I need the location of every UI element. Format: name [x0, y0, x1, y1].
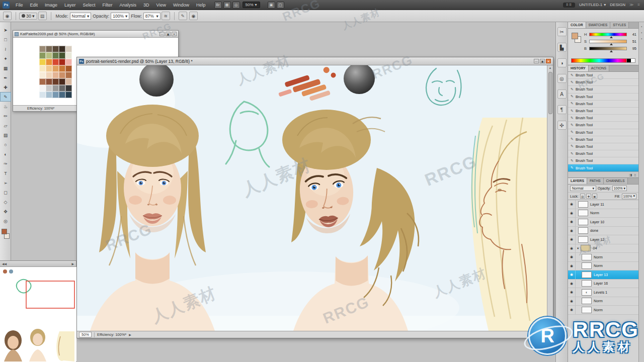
layer-row[interactable]: ◉ Layer 16	[568, 280, 638, 289]
visibility-toggle-icon[interactable]: ◉	[568, 262, 576, 270]
visibility-toggle-icon[interactable]: ◉	[568, 280, 576, 288]
arrange-documents-icon[interactable]: ▣	[268, 2, 275, 9]
dock-grip-icon[interactable]: ▪	[641, 37, 642, 40]
history-step[interactable]: ✎ Brush Tool	[568, 164, 638, 171]
collapse-icon[interactable]: ◀◀	[2, 262, 7, 265]
launch-bridge-icon[interactable]: Br	[214, 2, 222, 9]
tool-preset-icon[interactable]: ◉	[3, 12, 12, 20]
menu-item[interactable]: Filter	[99, 0, 116, 10]
character-icon[interactable]: A	[557, 89, 567, 99]
palette-swatch[interactable]	[46, 52, 52, 59]
slider-marker-icon[interactable]	[610, 50, 613, 52]
panel-tab[interactable]: PATHS	[587, 178, 604, 184]
black-white-ramp[interactable]	[626, 58, 635, 63]
history-step[interactable]: ✎ Brush Tool	[568, 108, 638, 115]
menu-item[interactable]: View	[153, 0, 170, 10]
palette-swatch[interactable]	[46, 92, 52, 98]
mode-select[interactable]: Normal ▾	[70, 13, 92, 20]
layer-thumbnail[interactable]	[582, 307, 592, 313]
menu-item[interactable]: Analysis	[116, 0, 140, 10]
history-step[interactable]: ✎ Brush Tool	[568, 150, 638, 157]
layer-thumbnail[interactable]	[578, 236, 588, 243]
palette-swatch[interactable]	[52, 92, 59, 98]
menu-item[interactable]: Select	[79, 0, 99, 10]
panel-tab[interactable]: ACTIONS	[589, 65, 609, 71]
new-snapshot-icon[interactable]: ◨	[629, 173, 632, 177]
gradient-tool[interactable]: ▨	[0, 130, 11, 140]
healing-brush-tool[interactable]: ✚	[0, 82, 11, 92]
panel-tab[interactable]: COLOR	[568, 22, 586, 28]
flow-field[interactable]: 87% ▾	[143, 13, 160, 20]
crop-tool[interactable]: ▦	[0, 63, 11, 73]
palette-swatch[interactable]	[59, 92, 65, 98]
tablet-pressure-size-icon[interactable]: ◉	[189, 12, 198, 20]
palette-swatch[interactable]	[39, 59, 46, 65]
layer-thumbnail[interactable]	[578, 210, 588, 216]
opacity-field[interactable]: 100% ▾	[111, 13, 129, 20]
palette-swatch[interactable]	[46, 46, 52, 52]
close-button[interactable]: ✕	[546, 59, 551, 63]
layer-thumbnail[interactable]	[578, 201, 588, 208]
color-slider[interactable]: B 95	[584, 45, 636, 52]
lock-transparency-icon[interactable]: ▨	[580, 194, 585, 199]
history-step[interactable]: ✎ Brush Tool	[568, 115, 638, 122]
paragraph-icon[interactable]: ¶	[557, 105, 567, 114]
history-step[interactable]: ✎ Brush Tool	[568, 79, 638, 86]
scrollbar-thumb[interactable]	[548, 72, 552, 114]
document-titlebar[interactable]: Ps portrait-series01-render.psd @ 50% (L…	[77, 57, 553, 65]
history-step[interactable]: ✎ Brush Tool	[568, 129, 638, 136]
layer-row[interactable]: ◉ Layer 13	[568, 270, 638, 280]
chevrons-icon[interactable]: ≫	[629, 3, 633, 7]
minimize-button[interactable]: —	[159, 32, 165, 36]
visibility-toggle-icon[interactable]: ◉	[568, 306, 576, 314]
screen-mode-icon[interactable]: ▢	[277, 2, 284, 9]
layer-row[interactable]: ◉ Norm	[568, 297, 638, 306]
history-step[interactable]: ✎ Brush Tool	[568, 94, 638, 101]
palette-swatch[interactable]	[52, 72, 59, 78]
minimize-button[interactable]: —	[534, 59, 539, 63]
info-icon[interactable]: ◑	[557, 58, 567, 67]
menu-icon[interactable]: ≡	[637, 3, 640, 7]
palette-swatch[interactable]	[52, 78, 59, 85]
panel-tab[interactable]: STYLES	[610, 22, 629, 28]
palette-swatch[interactable]	[65, 92, 72, 98]
delete-icon[interactable]: ▯	[634, 173, 636, 177]
history-step[interactable]: ✎ Brush Tool	[568, 157, 638, 164]
restore-button[interactable]: ▣	[540, 59, 545, 63]
palette-swatch[interactable]	[65, 85, 72, 92]
visibility-toggle-icon[interactable]: ◉	[568, 227, 576, 235]
palette-swatch[interactable]	[46, 85, 52, 92]
layer-row[interactable]: ◉ Layer 11	[568, 200, 638, 209]
layer-row[interactable]: ◉ ▼ 04	[568, 244, 638, 253]
palette-swatch[interactable]	[39, 72, 46, 78]
shape-tool[interactable]: ◻	[0, 188, 11, 197]
scroll-up-icon[interactable]: ▲	[549, 65, 552, 70]
menu-item[interactable]: File	[12, 0, 27, 10]
panel-tab[interactable]: LAYERS	[568, 178, 587, 184]
color-spectrum-ramp[interactable]	[571, 58, 627, 63]
tablet-pressure-opacity-icon[interactable]: ✎	[179, 12, 187, 20]
blur-tool[interactable]: ○	[0, 140, 11, 149]
layer-fill-field[interactable]: 100% ▾	[622, 194, 636, 199]
layer-thumbnail[interactable]	[582, 254, 592, 260]
palette-swatch[interactable]	[52, 59, 59, 65]
menu-item[interactable]: Window	[170, 0, 193, 10]
zoom-level-field[interactable]: 50% ▾	[243, 2, 260, 8]
menu-item[interactable]: Help	[193, 0, 209, 10]
palette-swatch[interactable]	[52, 52, 59, 59]
layer-thumbnail[interactable]: ◐	[582, 289, 592, 296]
visibility-toggle-icon[interactable]: ◉	[568, 288, 576, 297]
palette-swatch[interactable]	[65, 65, 72, 72]
history-step[interactable]: ✎ Brush Tool	[568, 136, 638, 143]
history-brush-tool[interactable]: ✏	[0, 111, 11, 121]
3d-rotate-tool[interactable]: ◇	[0, 197, 11, 207]
tool-presets-icon[interactable]: ✣	[557, 121, 567, 130]
zoom-field[interactable]: 50%	[79, 332, 92, 337]
workspace-switcher[interactable]: UNTITLED-1 ▾	[579, 3, 606, 7]
history-step[interactable]: ✎ Brush Tool	[568, 72, 638, 79]
visibility-toggle-icon[interactable]: ◉	[568, 253, 576, 261]
close-button[interactable]: ✕	[172, 32, 177, 36]
menu-item[interactable]: 3D	[140, 0, 153, 10]
menu-item[interactable]: Layer	[61, 0, 79, 10]
palette-swatch[interactable]	[59, 72, 65, 78]
